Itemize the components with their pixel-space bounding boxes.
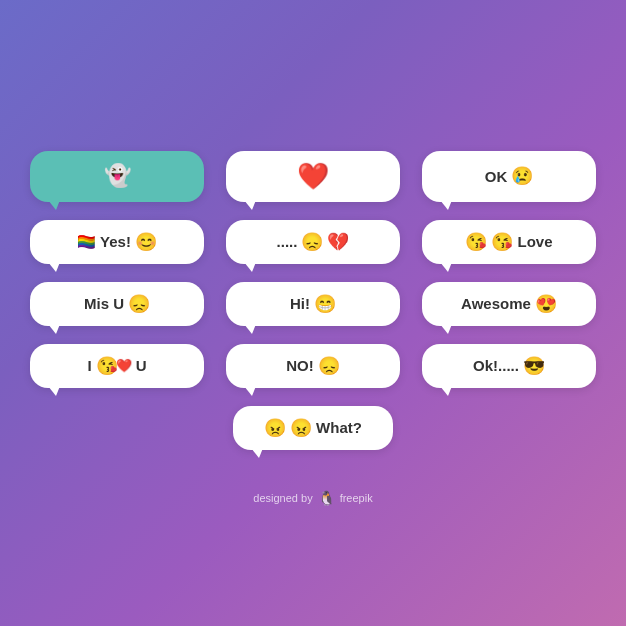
okdots-bubble: Ok!..... 😎 bbox=[422, 344, 596, 388]
cool-emoji: 😎 bbox=[523, 355, 545, 377]
kiss-emoji-1: 😘 bbox=[465, 231, 487, 253]
dots-text: ..... bbox=[277, 233, 298, 250]
hi-text: Hi! bbox=[290, 295, 310, 312]
broken-heart-emoji: 💔 bbox=[327, 231, 349, 253]
no-sad-emoji: 😞 bbox=[318, 355, 340, 377]
i-text: I bbox=[87, 357, 91, 374]
love-bubble: 😘 😘 Love bbox=[422, 220, 596, 264]
angry-emoji-1: 😠 bbox=[264, 417, 286, 439]
heart-icon: ❤️ bbox=[297, 161, 329, 192]
ok-text: OK bbox=[485, 168, 508, 185]
ilu-bubble: I 😘 ❤️ U bbox=[30, 344, 204, 388]
angry-emoji-2: 😠 bbox=[290, 417, 312, 439]
what-text: What? bbox=[316, 419, 362, 436]
no-bubble: NO! 😞 bbox=[226, 344, 400, 388]
heart-bubble: ❤️ bbox=[226, 151, 400, 202]
small-heart-emoji: ❤️ bbox=[116, 358, 132, 373]
u-text: U bbox=[136, 357, 147, 374]
awesome-bubble: Awesome 😍 bbox=[422, 282, 596, 326]
love-text: Love bbox=[517, 233, 552, 250]
kiss-emoji-3: 😘 bbox=[96, 355, 118, 377]
what-bubble: 😠 😠 What? bbox=[233, 406, 393, 450]
yes-bubble: 🏳️‍🌈 Yes! 😊 bbox=[30, 220, 204, 264]
footer: designed by 🐧 freepik bbox=[253, 490, 372, 506]
ok-bubble: OK 😢 bbox=[422, 151, 596, 202]
no-text: NO! bbox=[286, 357, 314, 374]
hi-bubble: Hi! 😁 bbox=[226, 282, 400, 326]
misu-bubble: Mis U 😞 bbox=[30, 282, 204, 326]
smile-emoji: 😊 bbox=[135, 231, 157, 253]
sad-emoji: 😞 bbox=[301, 231, 323, 253]
designed-by-text: designed by bbox=[253, 492, 312, 504]
awesome-text: Awesome bbox=[461, 295, 531, 312]
ghost-bubble: 👻 bbox=[30, 151, 204, 202]
misu-sad-emoji: 😞 bbox=[128, 293, 150, 315]
kiss-emoji-2: 😘 bbox=[491, 231, 513, 253]
yes-text: Yes! bbox=[100, 233, 131, 250]
crying-emoji: 😢 bbox=[511, 165, 533, 187]
ghost-icon: 👻 bbox=[104, 163, 131, 189]
heart-eyes-emoji: 😍 bbox=[535, 293, 557, 315]
bubble-grid: 👻 ❤️ OK 😢 🏳️‍🌈 Yes! 😊 ..... 😞 💔 😘 😘 Love… bbox=[0, 121, 626, 480]
misu-text: Mis U bbox=[84, 295, 124, 312]
brand-text: freepik bbox=[340, 492, 373, 504]
grin-emoji: 😁 bbox=[314, 293, 336, 315]
okdots-text: Ok!..... bbox=[473, 357, 519, 374]
dots-bubble: ..... 😞 💔 bbox=[226, 220, 400, 264]
rainbow-emoji: 🏳️‍🌈 bbox=[77, 233, 96, 251]
freepik-logo-icon: 🐧 bbox=[318, 490, 335, 506]
